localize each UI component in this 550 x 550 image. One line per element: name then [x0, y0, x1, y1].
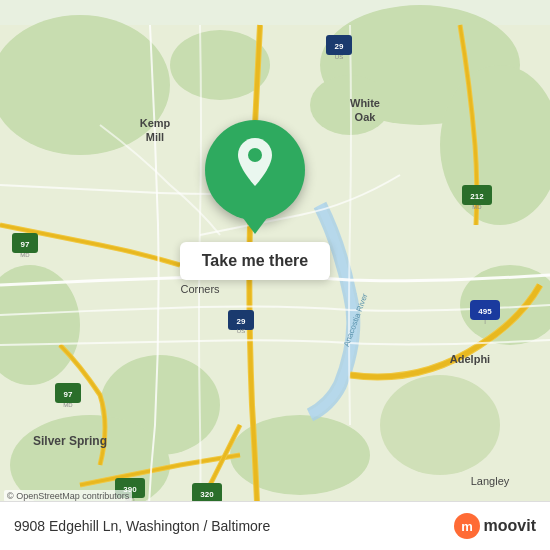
popup-bubble: [205, 120, 305, 220]
map-container: 29 US 97 MD 97 MD 390 MD 320 MD 212 MD 2…: [0, 0, 550, 550]
svg-text:MD: MD: [20, 252, 30, 258]
svg-text:White: White: [350, 97, 380, 109]
svg-text:MD: MD: [63, 402, 73, 408]
popup-triangle: [243, 218, 267, 234]
svg-text:Silver Spring: Silver Spring: [33, 434, 107, 448]
popup: Take me there: [145, 120, 365, 280]
svg-text:m: m: [461, 519, 473, 534]
svg-text:Adelphi: Adelphi: [450, 353, 490, 365]
svg-point-45: [248, 148, 262, 162]
svg-text:212: 212: [470, 192, 484, 201]
moovit-text: moovit: [484, 517, 536, 535]
take-me-there-button[interactable]: Take me there: [180, 242, 330, 280]
svg-text:495: 495: [478, 307, 492, 316]
moovit-icon: m: [453, 512, 481, 540]
svg-text:320: 320: [200, 490, 214, 499]
svg-text:US: US: [237, 328, 245, 334]
svg-text:29: 29: [335, 42, 344, 51]
location-pin-icon: [231, 138, 279, 199]
bottom-bar: 9908 Edgehill Ln, Washington / Baltimore…: [0, 501, 550, 550]
svg-text:29: 29: [237, 317, 246, 326]
address-label: 9908 Edgehill Ln, Washington / Baltimore: [14, 518, 270, 534]
moovit-logo: m moovit: [453, 512, 536, 540]
svg-point-9: [380, 375, 500, 475]
svg-text:MD: MD: [472, 204, 482, 210]
svg-text:US: US: [335, 54, 343, 60]
svg-text:Corners: Corners: [180, 283, 220, 295]
svg-text:97: 97: [21, 240, 30, 249]
svg-text:Langley: Langley: [471, 475, 510, 487]
svg-text:97: 97: [64, 390, 73, 399]
